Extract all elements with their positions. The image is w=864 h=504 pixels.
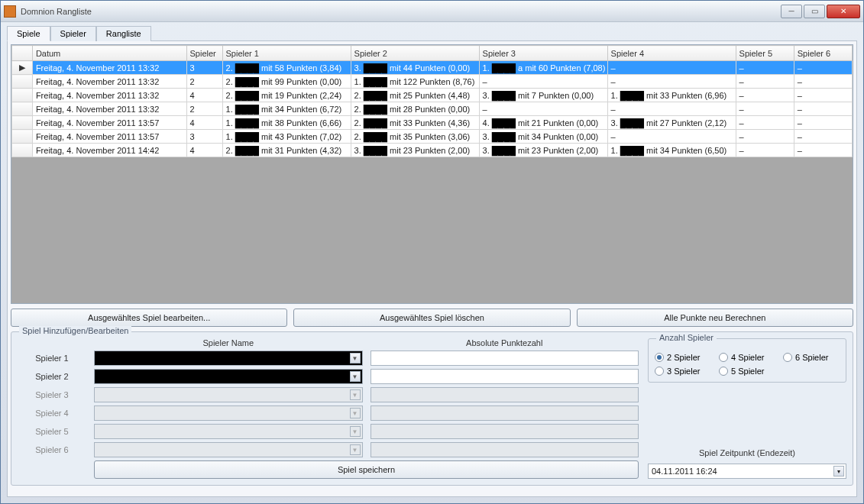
col-spieler4[interactable]: Spieler 4: [607, 46, 736, 61]
table-cell: [12, 89, 33, 102]
radio-4-spieler[interactable]: 4 Spieler: [719, 353, 775, 362]
radio-dot-icon: [655, 353, 664, 362]
combo-spieler5: ▼: [94, 424, 363, 439]
table-row[interactable]: Freitag, 4. November 2011 13:5741. ████ …: [12, 116, 853, 130]
maximize-button[interactable]: ▭: [804, 5, 825, 18]
combo-spieler1[interactable]: ▼: [94, 351, 363, 366]
col-spieler5[interactable]: Spieler 5: [736, 46, 794, 61]
grid-corner: [12, 46, 33, 61]
table-cell: –: [794, 89, 852, 102]
col-spieler[interactable]: Spieler: [186, 46, 222, 61]
table-row[interactable]: Freitag, 4. November 2011 13:5731. ████ …: [12, 130, 853, 144]
table-cell: [12, 144, 33, 157]
games-grid[interactable]: Datum Spieler Spieler 1 Spieler 2 Spiele…: [11, 44, 853, 304]
tab-spiele[interactable]: Spiele: [7, 26, 50, 41]
table-row[interactable]: Freitag, 4. November 2011 14:4242. ████ …: [12, 144, 853, 157]
recalc-points-button[interactable]: Alle Punkte neu Berechnen: [577, 309, 853, 327]
table-cell: –: [736, 89, 794, 102]
col-spieler6[interactable]: Spieler 6: [794, 46, 852, 61]
chevron-down-icon: ▼: [350, 371, 361, 382]
chevron-down-icon: ▼: [350, 408, 361, 418]
radio-2-spieler[interactable]: 2 Spieler: [655, 353, 711, 362]
table-cell: –: [794, 144, 852, 157]
close-button[interactable]: ✕: [827, 5, 860, 18]
table-row[interactable]: ▶Freitag, 4. November 2011 13:3232. ████…: [12, 61, 853, 75]
add-edit-game-group: Spiel Hinzufügen/Bearbeiten Spieler Name…: [11, 331, 853, 486]
table-cell: –: [794, 130, 852, 144]
combo-spieler6: ▼: [94, 442, 363, 457]
save-game-button[interactable]: Spiel speichern: [94, 460, 639, 479]
table-cell: 2. ████ mit 19 Punkten (2,24): [222, 89, 351, 102]
label-spieler5: Spieler 5: [18, 427, 86, 436]
table-cell: [12, 102, 33, 116]
radio-dot-icon: [655, 367, 664, 376]
table-cell: 3. ████ mit 23 Punkten (2,00): [351, 144, 479, 157]
action-button-row: Ausgewähltes Spiel bearbeiten... Ausgewä…: [11, 309, 853, 327]
table-row[interactable]: Freitag, 4. November 2011 13:3221. ████ …: [12, 102, 853, 116]
table-cell: 2. ████ mit 31 Punkten (4,32): [222, 144, 351, 157]
table-cell: 2: [186, 75, 222, 89]
table-cell: 3. ████ mit 23 Punkten (2,00): [479, 144, 607, 157]
radio-6-spieler[interactable]: 6 Spieler: [783, 353, 840, 362]
time-label: Spiel Zeitpunkt (Endezeit): [648, 448, 846, 457]
table-cell: 2. ████ mit 28 Punkten (0,00): [351, 102, 479, 116]
points-spieler2[interactable]: [371, 369, 639, 384]
table-cell: 1. ████ mit 34 Punkten (6,50): [607, 144, 736, 157]
table-cell: 2. ████ mit 33 Punkten (4,36): [351, 116, 479, 130]
radio-3-spieler[interactable]: 3 Spieler: [655, 367, 711, 376]
radio-5-spieler[interactable]: 5 Spieler: [719, 367, 775, 376]
table-cell: 3. ████ mit 44 Punkten (0,00): [351, 61, 479, 75]
tab-spieler[interactable]: Spieler: [50, 26, 96, 41]
label-spieler4: Spieler 4: [18, 409, 86, 418]
combo-spieler4: ▼: [94, 405, 363, 421]
points-spieler4: [371, 405, 639, 421]
minimize-button[interactable]: ─: [781, 5, 802, 18]
col-spieler2[interactable]: Spieler 2: [351, 46, 479, 61]
col-header-points: Absolute Punktezahl: [371, 338, 639, 347]
chevron-down-icon: ▼: [350, 426, 361, 437]
edit-game-button[interactable]: Ausgewähltes Spiel bearbeiten...: [11, 309, 287, 327]
table-cell: 1. ████ mit 33 Punkten (6,96): [607, 89, 736, 102]
table-cell: 2. ████ mit 25 Punkten (4,48): [351, 89, 479, 102]
table-cell: Freitag, 4. November 2011 13:32: [32, 61, 186, 75]
table-cell: 4. ████ mit 21 Punkten (0,00): [479, 116, 607, 130]
table-cell: [12, 75, 33, 89]
table-cell: Freitag, 4. November 2011 13:32: [32, 75, 186, 89]
table-cell: 3. ████ mit 34 Punkten (0,00): [479, 130, 607, 144]
table-cell: –: [794, 61, 852, 75]
radio-dot-icon: [783, 353, 792, 362]
table-cell: 1. ████ mit 38 Punkten (6,66): [222, 116, 351, 130]
table-row[interactable]: Freitag, 4. November 2011 13:3242. ████ …: [12, 89, 853, 102]
col-datum[interactable]: Datum: [32, 46, 186, 61]
points-spieler3: [371, 387, 639, 402]
table-cell: –: [607, 130, 736, 144]
anzahl-legend: Anzahl Spieler: [656, 333, 717, 342]
table-cell: Freitag, 4. November 2011 14:42: [32, 144, 186, 157]
tab-content-spiele: Datum Spieler Spieler 1 Spieler 2 Spiele…: [7, 40, 857, 497]
table-cell: –: [607, 61, 736, 75]
table-cell: –: [479, 75, 607, 89]
table-cell: –: [794, 75, 852, 89]
calendar-icon: ▾: [833, 466, 844, 477]
points-spieler6: [371, 442, 639, 457]
points-spieler1[interactable]: [371, 351, 639, 366]
col-header-name: Spieler Name: [94, 338, 363, 347]
table-row[interactable]: Freitag, 4. November 2011 13:3222. ████ …: [12, 75, 853, 89]
col-spieler1[interactable]: Spieler 1: [222, 46, 351, 61]
table-cell: 3. ████ mit 27 Punkten (2,12): [607, 116, 736, 130]
table-cell: –: [736, 144, 794, 157]
combo-spieler2[interactable]: ▼: [94, 369, 363, 384]
table-cell: Freitag, 4. November 2011 13:57: [32, 130, 186, 144]
window-title: Domnion Rangliste: [21, 7, 781, 16]
label-spieler1: Spieler 1: [18, 354, 86, 363]
datetime-picker[interactable]: 04.11.2011 16:24▾: [648, 464, 846, 479]
table-cell: 3: [186, 61, 222, 75]
table-cell: ▶: [12, 61, 33, 75]
table-cell: 2. ████ mit 99 Punkten (0,00): [222, 75, 351, 89]
table-cell: 2. ████ mit 58 Punkten (3,84): [222, 61, 351, 75]
delete-game-button[interactable]: Ausgewähltes Spiel löschen: [293, 309, 570, 327]
col-spieler3[interactable]: Spieler 3: [479, 46, 607, 61]
client-area: Spiele Spieler Rangliste Datum Spieler S…: [1, 22, 863, 503]
tab-rangliste[interactable]: Rangliste: [96, 26, 151, 41]
table-cell: 1. ████ a mit 60 Punkten (7,08): [479, 61, 607, 75]
